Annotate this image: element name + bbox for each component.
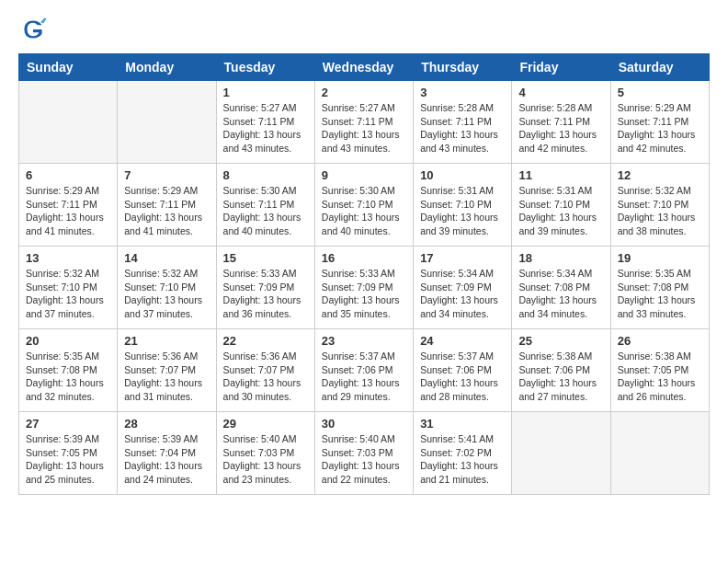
day-number: 1 [223, 86, 308, 99]
week-row-5: 27Sunrise: 5:39 AM Sunset: 7:05 PM Dayli… [19, 412, 710, 495]
calendar-cell [610, 412, 709, 495]
day-info: Sunrise: 5:33 AM Sunset: 7:09 PM Dayligh… [322, 267, 406, 321]
day-number: 18 [518, 251, 603, 265]
week-row-2: 6Sunrise: 5:29 AM Sunset: 7:11 PM Daylig… [19, 164, 710, 247]
day-info: Sunrise: 5:35 AM Sunset: 7:08 PM Dayligh… [618, 267, 702, 321]
calendar-header-friday: Friday [512, 54, 610, 81]
calendar-cell: 23Sunrise: 5:37 AM Sunset: 7:06 PM Dayli… [314, 329, 413, 412]
day-info: Sunrise: 5:33 AM Sunset: 7:09 PM Dayligh… [223, 267, 308, 321]
day-info: Sunrise: 5:38 AM Sunset: 7:05 PM Dayligh… [618, 350, 702, 404]
day-number: 29 [223, 417, 308, 431]
calendar-cell: 4Sunrise: 5:28 AM Sunset: 7:11 PM Daylig… [512, 81, 610, 164]
day-info: Sunrise: 5:28 AM Sunset: 7:11 PM Dayligh… [420, 101, 505, 155]
day-number: 19 [618, 251, 702, 265]
day-number: 27 [26, 417, 110, 431]
calendar-cell: 14Sunrise: 5:32 AM Sunset: 7:10 PM Dayli… [118, 247, 216, 329]
calendar-cell: 17Sunrise: 5:34 AM Sunset: 7:09 PM Dayli… [414, 247, 512, 329]
day-number: 20 [26, 334, 110, 348]
calendar-cell: 21Sunrise: 5:36 AM Sunset: 7:07 PM Dayli… [118, 329, 216, 412]
week-row-3: 13Sunrise: 5:32 AM Sunset: 7:10 PM Dayli… [19, 247, 710, 329]
calendar-cell: 7Sunrise: 5:29 AM Sunset: 7:11 PM Daylig… [118, 164, 216, 247]
calendar-cell: 28Sunrise: 5:39 AM Sunset: 7:04 PM Dayli… [118, 412, 216, 495]
day-number: 6 [26, 168, 110, 182]
day-info: Sunrise: 5:32 AM Sunset: 7:10 PM Dayligh… [124, 267, 209, 321]
calendar-cell: 20Sunrise: 5:35 AM Sunset: 7:08 PM Dayli… [19, 329, 118, 412]
calendar-cell: 24Sunrise: 5:37 AM Sunset: 7:06 PM Dayli… [414, 329, 512, 412]
day-number: 4 [518, 86, 603, 99]
day-info: Sunrise: 5:36 AM Sunset: 7:07 PM Dayligh… [223, 350, 308, 404]
calendar-cell: 5Sunrise: 5:29 AM Sunset: 7:11 PM Daylig… [610, 81, 709, 164]
calendar-header-sunday: Sunday [19, 54, 118, 81]
day-info: Sunrise: 5:34 AM Sunset: 7:09 PM Dayligh… [420, 267, 505, 321]
day-number: 25 [518, 334, 603, 348]
day-number: 23 [322, 334, 406, 348]
calendar-cell: 2Sunrise: 5:27 AM Sunset: 7:11 PM Daylig… [314, 81, 413, 164]
day-number: 7 [124, 168, 209, 182]
calendar-cell: 1Sunrise: 5:27 AM Sunset: 7:11 PM Daylig… [216, 81, 314, 164]
calendar-cell: 15Sunrise: 5:33 AM Sunset: 7:09 PM Dayli… [216, 247, 314, 329]
calendar-cell: 10Sunrise: 5:31 AM Sunset: 7:10 PM Dayli… [414, 164, 512, 247]
day-info: Sunrise: 5:40 AM Sunset: 7:03 PM Dayligh… [322, 432, 406, 487]
calendar-cell: 9Sunrise: 5:30 AM Sunset: 7:10 PM Daylig… [314, 164, 413, 247]
calendar-cell: 29Sunrise: 5:40 AM Sunset: 7:03 PM Dayli… [216, 412, 314, 495]
day-number: 10 [420, 168, 505, 182]
day-number: 3 [420, 86, 505, 99]
day-info: Sunrise: 5:40 AM Sunset: 7:03 PM Dayligh… [223, 432, 308, 487]
calendar-cell: 6Sunrise: 5:29 AM Sunset: 7:11 PM Daylig… [19, 164, 118, 247]
calendar-cell: 26Sunrise: 5:38 AM Sunset: 7:05 PM Dayli… [610, 329, 709, 412]
calendar-header-saturday: Saturday [610, 54, 709, 81]
day-info: Sunrise: 5:31 AM Sunset: 7:10 PM Dayligh… [420, 184, 505, 238]
day-number: 31 [420, 417, 505, 431]
day-number: 14 [124, 251, 209, 265]
calendar-header-monday: Monday [118, 54, 216, 81]
day-info: Sunrise: 5:34 AM Sunset: 7:08 PM Dayligh… [518, 267, 603, 321]
calendar-cell: 11Sunrise: 5:31 AM Sunset: 7:10 PM Dayli… [512, 164, 610, 247]
calendar-cell: 18Sunrise: 5:34 AM Sunset: 7:08 PM Dayli… [512, 247, 610, 329]
calendar-cell: 3Sunrise: 5:28 AM Sunset: 7:11 PM Daylig… [414, 81, 512, 164]
day-number: 11 [518, 168, 603, 182]
day-number: 16 [322, 251, 406, 265]
day-number: 8 [223, 168, 308, 182]
calendar-header-tuesday: Tuesday [216, 54, 314, 81]
page-header [18, 15, 710, 44]
day-number: 28 [124, 417, 209, 431]
day-info: Sunrise: 5:35 AM Sunset: 7:08 PM Dayligh… [26, 350, 110, 404]
day-info: Sunrise: 5:39 AM Sunset: 7:05 PM Dayligh… [26, 432, 110, 487]
day-number: 17 [420, 251, 505, 265]
day-info: Sunrise: 5:27 AM Sunset: 7:11 PM Dayligh… [322, 101, 406, 155]
day-info: Sunrise: 5:37 AM Sunset: 7:06 PM Dayligh… [420, 350, 505, 404]
day-info: Sunrise: 5:27 AM Sunset: 7:11 PM Dayligh… [223, 101, 308, 155]
day-info: Sunrise: 5:32 AM Sunset: 7:10 PM Dayligh… [26, 267, 110, 321]
day-info: Sunrise: 5:38 AM Sunset: 7:06 PM Dayligh… [518, 350, 603, 404]
calendar-cell [118, 81, 216, 164]
day-number: 22 [223, 334, 308, 348]
day-info: Sunrise: 5:30 AM Sunset: 7:11 PM Dayligh… [223, 184, 308, 238]
day-info: Sunrise: 5:36 AM Sunset: 7:07 PM Dayligh… [124, 350, 209, 404]
week-row-1: 1Sunrise: 5:27 AM Sunset: 7:11 PM Daylig… [19, 81, 710, 164]
day-number: 21 [124, 334, 209, 348]
day-number: 12 [618, 168, 702, 182]
calendar-cell: 30Sunrise: 5:40 AM Sunset: 7:03 PM Dayli… [314, 412, 413, 495]
week-row-4: 20Sunrise: 5:35 AM Sunset: 7:08 PM Dayli… [19, 329, 710, 412]
day-info: Sunrise: 5:32 AM Sunset: 7:10 PM Dayligh… [618, 184, 702, 238]
day-info: Sunrise: 5:31 AM Sunset: 7:10 PM Dayligh… [518, 184, 603, 238]
day-info: Sunrise: 5:29 AM Sunset: 7:11 PM Dayligh… [618, 101, 702, 155]
calendar-cell: 22Sunrise: 5:36 AM Sunset: 7:07 PM Dayli… [216, 329, 314, 412]
calendar-header-wednesday: Wednesday [314, 54, 413, 81]
calendar-cell: 27Sunrise: 5:39 AM Sunset: 7:05 PM Dayli… [19, 412, 118, 495]
day-number: 24 [420, 334, 505, 348]
day-number: 15 [223, 251, 308, 265]
day-info: Sunrise: 5:28 AM Sunset: 7:11 PM Dayligh… [518, 101, 603, 155]
day-number: 30 [322, 417, 406, 431]
day-number: 2 [322, 86, 406, 99]
calendar-cell: 25Sunrise: 5:38 AM Sunset: 7:06 PM Dayli… [512, 329, 610, 412]
day-info: Sunrise: 5:29 AM Sunset: 7:11 PM Dayligh… [26, 184, 110, 238]
calendar-header-thursday: Thursday [414, 54, 512, 81]
calendar-header-row: SundayMondayTuesdayWednesdayThursdayFrid… [19, 54, 710, 81]
day-info: Sunrise: 5:37 AM Sunset: 7:06 PM Dayligh… [322, 350, 406, 404]
day-number: 9 [322, 168, 406, 182]
logo-icon [18, 15, 48, 44]
day-number: 5 [618, 86, 702, 99]
calendar-cell [19, 81, 118, 164]
day-number: 13 [26, 251, 110, 265]
